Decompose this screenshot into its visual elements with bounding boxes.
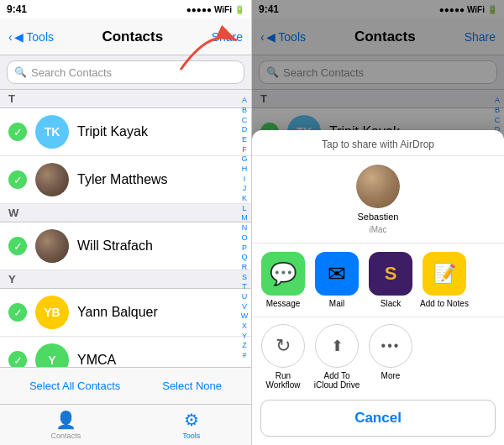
mail-app-icon: ✉ xyxy=(315,252,359,296)
share-app-add-notes[interactable]: 📝 Add to Notes xyxy=(420,252,469,308)
contact-ymca[interactable]: ✓ Y YMCA xyxy=(0,337,251,367)
left-tab-bar: 👤 Contacts ⚙ Tools xyxy=(0,404,251,445)
mail-app-label: Mail xyxy=(329,299,344,308)
check-yann: ✓ xyxy=(8,303,27,322)
left-bottom-bar: Select All Contacts Select None xyxy=(0,367,251,404)
left-search-bar: 🔍 Search Contacts xyxy=(0,55,251,90)
left-status-icons: ●●●●● WiFi 🔋 xyxy=(186,5,244,14)
tab-tools-left[interactable]: ⚙ Tools xyxy=(182,410,200,440)
avatar-tyler xyxy=(35,163,69,196)
airdrop-header-text: Tap to share with AirDrop xyxy=(322,139,434,150)
alpha-index[interactable]: AB CD EF GH IJ KL MN OP QR ST UV WX YZ # xyxy=(238,90,251,367)
icloud-action-label: Add To iCloud Drive xyxy=(312,371,361,390)
name-ymca: YMCA xyxy=(77,353,116,367)
share-sheet: Tap to share with AirDrop Sebastien iMac… xyxy=(252,130,504,445)
left-nav-title: Contacts xyxy=(102,29,163,45)
airdrop-header: Tap to share with AirDrop xyxy=(252,130,504,156)
icloud-action-icon: ⬆ xyxy=(315,324,359,368)
cancel-button[interactable]: Cancel xyxy=(260,400,496,437)
airdrop-devices: Sebastien iMac xyxy=(252,156,504,243)
contact-tyler-matthews[interactable]: ✓ Tyler Matthews xyxy=(0,156,251,204)
left-search-input-container[interactable]: 🔍 Search Contacts xyxy=(7,60,244,84)
slack-app-icon: S xyxy=(369,252,412,296)
section-T: T xyxy=(0,90,251,108)
left-contact-list: T ✓ TK Tripit Kayak ✓ Tyler Matthews W ✓… xyxy=(0,90,251,367)
signal-icon: ●●●●● xyxy=(186,5,212,14)
cancel-label: Cancel xyxy=(354,410,402,427)
left-nav-bar: ‹ ◀ Tools Contacts Share xyxy=(0,18,251,55)
contact-will-strafach[interactable]: ✓ Will Strafach xyxy=(0,222,251,270)
left-back-label: ◀ Tools xyxy=(14,30,54,44)
notes-app-label: Add to Notes xyxy=(420,299,469,308)
check-tripit: ✓ xyxy=(8,123,27,141)
tab-contacts-left[interactable]: 👤 Contacts xyxy=(51,410,81,440)
check-will: ✓ xyxy=(8,237,27,255)
name-tyler: Tyler Matthews xyxy=(77,172,168,187)
share-app-slack[interactable]: S Slack xyxy=(366,252,415,308)
battery-icon: 🔋 xyxy=(234,5,244,14)
select-none-button[interactable]: Select None xyxy=(162,380,222,392)
tools-tab-label: Tools xyxy=(182,432,200,440)
workflow-action-icon: ↻ xyxy=(261,324,305,368)
device-sub-sebastien: iMac xyxy=(369,225,386,234)
notes-app-icon: 📝 xyxy=(423,252,466,296)
share-app-message[interactable]: 💬 Message xyxy=(259,252,307,308)
avatar-tripit: TK xyxy=(35,115,69,149)
workflow-action-label: Run Workflow xyxy=(259,371,307,390)
select-all-button[interactable]: Select All Contacts xyxy=(29,380,120,392)
contacts-tab-icon: 👤 xyxy=(55,410,76,430)
wifi-icon: WiFi xyxy=(214,5,232,14)
avatar-ymca: Y xyxy=(35,343,69,367)
more-action-icon: ••• xyxy=(369,324,412,368)
left-search-placeholder: Search Contacts xyxy=(31,66,112,79)
right-phone: 9:41 ●●●●● WiFi 🔋 ‹ ◀ Tools Contacts Sha… xyxy=(252,0,504,445)
avatar-yann: YB xyxy=(35,296,69,329)
share-action-icloud[interactable]: ⬆ Add To iCloud Drive xyxy=(312,324,361,390)
left-share-button[interactable]: Share xyxy=(212,30,243,44)
check-tyler: ✓ xyxy=(8,170,27,189)
tools-tab-icon: ⚙ xyxy=(184,410,199,430)
left-back-button[interactable]: ‹ ◀ Tools xyxy=(8,30,54,44)
contact-yann-balquer[interactable]: ✓ YB Yann Balquer xyxy=(0,289,251,337)
name-tripit: Tripit Kayak xyxy=(77,124,148,139)
left-time: 9:41 xyxy=(7,3,27,15)
share-app-mail[interactable]: ✉ Mail xyxy=(312,252,361,308)
section-Y: Y xyxy=(0,270,251,289)
section-W: W xyxy=(0,204,251,222)
airdrop-device-sebastien[interactable]: Sebastien iMac xyxy=(356,165,400,234)
contacts-tab-label: Contacts xyxy=(51,432,81,440)
more-action-label: More xyxy=(381,371,401,380)
contact-tripit-kayak[interactable]: ✓ TK Tripit Kayak xyxy=(0,108,251,156)
message-app-label: Message xyxy=(266,299,301,308)
share-action-workflow[interactable]: ↻ Run Workflow xyxy=(259,324,307,390)
left-phone: 9:41 ●●●●● WiFi 🔋 ‹ ◀ Tools Contacts Sha… xyxy=(0,0,252,445)
avatar-will xyxy=(35,229,69,263)
slack-app-label: Slack xyxy=(381,299,401,308)
device-name-sebastien: Sebastien xyxy=(358,212,399,222)
search-icon: 🔍 xyxy=(14,66,27,78)
left-status-bar: 9:41 ●●●●● WiFi 🔋 xyxy=(0,0,251,18)
airdrop-avatar-sebastien xyxy=(356,165,400,208)
check-ymca: ✓ xyxy=(8,351,27,367)
share-apps-row: 💬 Message ✉ Mail S Slack 📝 Add to Notes xyxy=(252,243,504,317)
chevron-left-icon: ‹ xyxy=(8,30,13,44)
message-app-icon: 💬 xyxy=(261,252,305,296)
share-action-more[interactable]: ••• More xyxy=(366,324,415,390)
name-yann: Yann Balquer xyxy=(77,305,158,320)
share-actions-row: ↻ Run Workflow ⬆ Add To iCloud Drive •••… xyxy=(252,317,504,396)
name-will: Will Strafach xyxy=(77,238,153,254)
